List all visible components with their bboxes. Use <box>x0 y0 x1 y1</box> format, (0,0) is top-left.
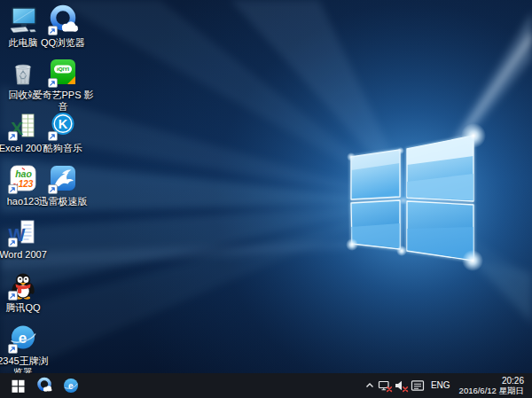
taskbar-qq-browser-button[interactable] <box>31 373 58 398</box>
network-disconnected-icon <box>378 378 393 393</box>
desktop-icon-tencent-qq[interactable]: 腾讯QQ <box>0 269 51 314</box>
tray-network-button[interactable] <box>378 373 394 398</box>
svg-text:e: e <box>68 381 74 391</box>
chevron-up-icon <box>364 378 376 393</box>
language-indicator[interactable]: ENG <box>426 373 456 398</box>
desktop: 此电脑 QQ浏览器 回收站 <box>0 0 532 398</box>
desktop-icon-label: QQ浏览器 <box>30 37 96 49</box>
2345-browser-icon: e <box>7 323 39 355</box>
ime-notes-icon <box>411 378 425 393</box>
desktop-icon-word-2007[interactable]: W Word 2007 <box>0 216 51 261</box>
desktop-icon-label: 迅雷极速版 <box>30 196 96 207</box>
taskbar-left: e <box>0 373 84 398</box>
system-tray: ENG 20:26 2016/6/12 星期日 <box>362 373 532 398</box>
tray-clock[interactable]: 20:26 2016/6/12 星期日 <box>456 373 529 398</box>
qq-browser-taskbar-icon <box>35 377 53 394</box>
word-icon: W <box>7 216 39 248</box>
iqiyi-pps-icon: iQIYI <box>47 57 79 89</box>
desktop-icon-label: 酷狗音乐 <box>30 143 96 154</box>
iqiyi-wordmark: iQIYI <box>57 66 69 72</box>
taskbar-2345-browser-button[interactable]: e <box>58 373 84 398</box>
kugou-k-letter: K <box>59 117 68 131</box>
desktop-icon-label: Word 2007 <box>0 249 56 261</box>
start-button[interactable] <box>4 373 31 398</box>
desktop-icon-iqiyi-pps[interactable]: iQIYI 爱奇艺PPS 影 音 <box>35 57 91 113</box>
clock-time: 20:26 <box>459 376 524 386</box>
taskbar: e <box>0 373 532 398</box>
desktop-icon-label: 腾讯QQ <box>0 302 56 314</box>
qq-browser-icon <box>47 4 79 36</box>
volume-muted-icon <box>394 378 409 393</box>
2345-browser-taskbar-icon: e <box>63 378 79 394</box>
kugou-music-icon: K <box>47 110 79 142</box>
hao123-123-text: 123 <box>19 179 34 189</box>
2345-e-letter: e <box>19 330 27 347</box>
thunder-bird-icon <box>47 163 79 195</box>
desktop-icon-thunder[interactable]: 迅雷极速版 <box>35 163 91 207</box>
tray-volume-button[interactable] <box>394 373 410 398</box>
tray-ime-button[interactable] <box>410 373 426 398</box>
desktop-icon-2345-browser[interactable]: e 2345王牌浏 览器 <box>0 323 51 378</box>
clock-date: 2016/6/12 星期日 <box>459 386 524 395</box>
windows-logo-icon <box>12 379 25 393</box>
qq-penguin-icon <box>7 269 39 301</box>
tray-chevron-button[interactable] <box>362 373 378 398</box>
desktop-icon-qq-browser[interactable]: QQ浏览器 <box>35 4 91 49</box>
desktop-icon-kugou-music[interactable]: K 酷狗音乐 <box>35 110 91 154</box>
